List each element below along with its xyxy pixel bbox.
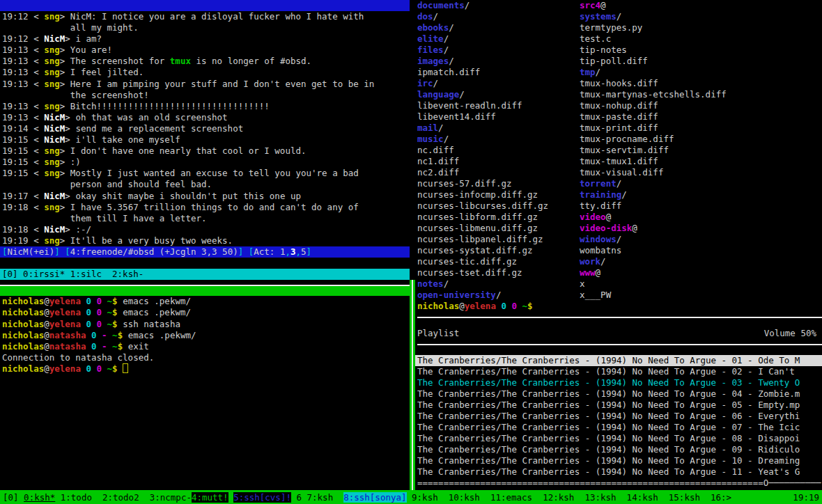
inner-window-tab[interactable]: 2:ksh- — [102, 269, 144, 279]
file-list-pane[interactable]: documents/src4@dos/systems/ebooks/termty… — [415, 0, 822, 312]
player-progress-bar[interactable]: ========================================… — [415, 478, 822, 489]
session-indicator: [0] — [2, 269, 23, 279]
playlist-row[interactable]: The Cranberries/The Cranberries - (1994)… — [415, 433, 822, 444]
file-entry: work/ — [580, 256, 606, 267]
irc-message-line: person and should feel bad. — [0, 179, 410, 190]
inner-tmux-status-bar: [0] 0:irssi* 1:silc 2:ksh- — [0, 269, 410, 280]
irc-pane[interactable]: 19:12 < sng> NicM: I notice you are a di… — [0, 11, 410, 246]
file-entry: tmux-procname.diff — [580, 134, 674, 145]
file-list-row: ncurses-libmenu.diff.gzvideo-disk@ — [415, 223, 822, 234]
window-tab[interactable]: 6 7:ksh — [291, 492, 343, 503]
file-list-row: notes/x — [415, 278, 822, 290]
irc-message-line: 19:15 < sng> Mostly I just wanted an exc… — [0, 168, 410, 179]
window-tab[interactable]: 9:ksh 10:ksh 11:emacs 12:ksh 13:ksh 14:k… — [407, 492, 732, 503]
playlist-row[interactable]: The Cranberries/The Cranberries - (1994)… — [415, 400, 822, 411]
inner-window-tab[interactable]: 0:irssi* — [23, 269, 65, 279]
file-entry: tmux-tmux1.diff — [580, 156, 658, 167]
file-entry: ncurses-libform.diff.gz — [417, 212, 580, 223]
file-list-row: ncurses-libform.diff.gzvideo@ — [415, 212, 822, 223]
file-entry: tmux-paste.diff — [580, 111, 658, 123]
shell-line: Connection to natasha closed. — [0, 352, 410, 363]
window-list: [0] 0:ksh* 1:todo 2:todo2 3:ncmpc-4:mutt… — [3, 492, 731, 503]
shell-pane[interactable]: nicholas@yelena 0 0 ~$ emacs .pekwm/nich… — [0, 296, 410, 375]
file-entry: ncurses-57.diff.gz — [417, 178, 580, 189]
file-entry: video@ — [580, 212, 611, 223]
player-header-rule — [415, 344, 822, 355]
shell-line: nicholas@yelena 0 0 ~$ — [0, 363, 410, 375]
playlist-row[interactable]: The Cranberries/The Cranberries - (1994)… — [415, 355, 822, 366]
irc-input-line[interactable]: [#obsd] — [0, 258, 410, 269]
file-entry: ncurses-tic.diff.gz — [417, 256, 580, 267]
left-column: http://apina.nwpshost.com/medium/m_2298.… — [0, 0, 410, 490]
irc-message-line: 19:15 < sng> I don't have one nearly tha… — [0, 145, 410, 157]
file-list-row: ncurses-infocmp.diff.gztraining/ — [415, 189, 822, 200]
file-list-row: ncurses-tic.diff.gzwork/ — [415, 256, 822, 267]
active-pane-border — [410, 280, 415, 490]
file-entry: notes/ — [417, 278, 580, 290]
playlist-row[interactable]: The Cranberries/The Cranberries - (1994)… — [415, 411, 822, 422]
file-entry: documents/ — [417, 0, 580, 11]
irc-message-line: 19:13 < sng> Bitch!!!!!!!!!!!!!!!!!!!!!!… — [0, 101, 410, 112]
header-spacer — [459, 328, 764, 339]
file-entry: tmux-hooks.diff — [580, 78, 658, 89]
border-line — [417, 344, 822, 345]
file-entry: ncurses-libpanel.diff.gz — [417, 234, 580, 245]
window-tab[interactable]: 0:ksh* — [24, 492, 55, 503]
shell-line: nicholas@yelena 0 0 ~$ emacs .pekwm/ — [0, 307, 410, 318]
pane-border-horizontal-right[interactable] — [415, 317, 822, 328]
pane-border-vertical[interactable] — [410, 0, 415, 490]
file-entry: www@ — [580, 267, 600, 278]
file-entry: tty.diff — [580, 200, 621, 212]
window-tab[interactable]: 4:mutt! — [192, 492, 228, 503]
irc-message-line: 19:18 < NicM> :-/ — [0, 224, 410, 235]
file-entry: elite/ — [417, 33, 580, 45]
file-entry: x — [580, 278, 585, 290]
file-list-row: images/tip-poll.diff — [415, 56, 822, 67]
window-tab[interactable]: 1:todo 2:todo2 3:ncmpc- — [55, 492, 192, 503]
file-list-row: ncurses-libpanel.diff.gzwindows/ — [415, 234, 822, 245]
playlist-row[interactable]: The Cranberries/The Cranberries - (1994)… — [415, 366, 822, 377]
irc-message-line: all my might. — [0, 22, 410, 33]
file-entry: torrent/ — [580, 178, 621, 189]
border-line — [412, 280, 413, 490]
file-entry: tmux-print.diff — [580, 123, 658, 134]
file-entry: ebooks/ — [417, 22, 580, 33]
irc-message-line: 19:12 < sng> NicM: I notice you are a di… — [0, 11, 410, 22]
playlist-row[interactable]: The Cranberries/The Cranberries - (1994)… — [415, 422, 822, 433]
file-list-row: files/tip-notes — [415, 45, 822, 56]
file-entry: irc/ — [417, 78, 580, 89]
file-list-row: language/tmux-martynas-etcshells.diff — [415, 89, 822, 100]
irc-message-line: 19:13 < sng> Here I am pimping your stuf… — [0, 79, 410, 90]
irc-message-line: 19:15 < sng> :) — [0, 157, 410, 168]
file-list-row: music/tmux-procname.diff — [415, 134, 822, 145]
playlist-row[interactable]: The Cranberries/The Cranberries - (1994)… — [415, 388, 822, 400]
window-tab[interactable]: 5:ssh[cvs]! — [233, 492, 291, 503]
file-entry: nc2.diff — [417, 167, 580, 178]
border-line — [417, 317, 822, 318]
window-tab[interactable]: 8:ssh[sonya] — [343, 492, 406, 503]
playlist-row[interactable]: The Cranberries/The Cranberries - (1994)… — [415, 377, 822, 388]
shell-line: nicholas@natasha 0 - ~$ exit — [0, 341, 410, 352]
file-entry: music/ — [417, 134, 580, 145]
playlist-row[interactable]: The Cranberries/The Cranberries - (1994)… — [415, 455, 822, 466]
irc-message-line: the screenshot! — [0, 90, 410, 101]
file-entry: nc.diff — [417, 145, 580, 156]
irc-message-line: 19:12 < NicM> i am? — [0, 33, 410, 45]
tmux-status-bar: [0] 0:ksh* 1:todo 2:todo2 3:ncmpc-4:mutt… — [0, 490, 822, 504]
pane-border-horizontal-left[interactable] — [0, 285, 410, 296]
inner-window-tab[interactable]: 1:silc — [65, 269, 102, 279]
file-entry: ncurses-libcurses.diff.gz — [417, 200, 580, 212]
file-entry: training/ — [580, 189, 627, 200]
file-entry: mail/ — [417, 123, 580, 134]
file-entry: files/ — [417, 45, 580, 56]
file-entry: images/ — [417, 56, 580, 67]
playlist-row[interactable]: The Cranberries/The Cranberries - (1994)… — [415, 444, 822, 455]
playlist-row[interactable]: The Cranberries/The Cranberries - (1994)… — [415, 466, 822, 478]
file-list-row: elite/test.c — [415, 33, 822, 45]
file-entry: open-university/ — [417, 290, 580, 301]
file-entry: libevent14.diff — [417, 111, 580, 123]
right-column: documents/src4@dos/systems/ebooks/termty… — [415, 0, 822, 490]
file-list-row: ipmatch.difftmp/ — [415, 67, 822, 78]
file-list-row: ncurses-57.diff.gztorrent/ — [415, 178, 822, 189]
irc-message-line: them till I have a letter. — [0, 213, 410, 224]
